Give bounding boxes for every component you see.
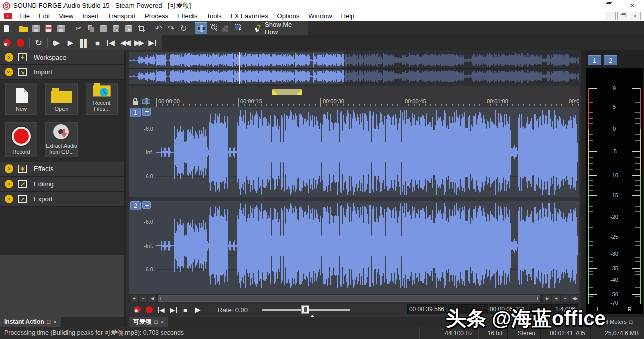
sidebar-section-effects[interactable]: › ∗ Effects: [0, 162, 124, 177]
tile-record[interactable]: Record: [5, 122, 37, 157]
document-tab[interactable]: 可爱颂 □ ×: [129, 317, 168, 327]
channel1-badge[interactable]: 1: [130, 108, 141, 117]
close-button[interactable]: ×: [625, 1, 640, 11]
record-button-small[interactable]: [143, 304, 155, 315]
channel2-waveform[interactable]: [156, 201, 578, 291]
overview-playhead[interactable]: [239, 52, 240, 84]
undo-button[interactable]: ↶: [152, 22, 165, 34]
expand-arrow-icon[interactable]: ›: [5, 195, 13, 203]
menu-item-edit[interactable]: Edit: [34, 11, 54, 21]
paste-button[interactable]: [97, 22, 110, 34]
repeat-button[interactable]: ↻: [177, 22, 190, 34]
tile-new[interactable]: New: [5, 83, 37, 115]
playback-cursor[interactable]: [373, 107, 373, 293]
loop-region-end-handle[interactable]: [296, 89, 302, 95]
instant-action-tab[interactable]: Instant Action □ ×: [0, 317, 61, 327]
play-all-button[interactable]: ▶: [50, 36, 63, 49]
tile-recent-files[interactable]: Recent Files...: [86, 83, 118, 115]
rewind-button[interactable]: ◀◀: [118, 36, 132, 49]
pause-button[interactable]: ▌▌: [77, 36, 91, 49]
stop-button-small[interactable]: ■: [179, 304, 191, 315]
go-to-end-button-small[interactable]: ▶: [167, 304, 179, 315]
expand-arrow-icon[interactable]: ›: [5, 53, 13, 62]
paste-special-button[interactable]: [110, 22, 122, 34]
menu-item-file[interactable]: File: [15, 11, 34, 21]
menu-item-help[interactable]: Help: [337, 11, 359, 21]
channel2-minimize-button[interactable]: [142, 201, 151, 209]
overview-waveform[interactable]: [129, 52, 579, 84]
mdi-close-button[interactable]: ×: [630, 12, 641, 20]
show-me-how-button[interactable]: ? Show Me How: [249, 21, 308, 36]
loop-playback-button[interactable]: ↻: [32, 36, 45, 49]
mdi-minimize-button[interactable]: [605, 12, 616, 20]
record-remote-button[interactable]: [0, 36, 14, 49]
selection-tool-button[interactable]: [232, 22, 245, 34]
menu-item-window[interactable]: Window: [304, 11, 336, 21]
meter-tab-2[interactable]: 2: [604, 55, 617, 65]
edit-tool-small-icon[interactable]: [142, 98, 150, 105]
paste-to-new-button[interactable]: [122, 22, 135, 34]
channel1-waveform[interactable]: [156, 107, 578, 197]
channel1-minimize-button[interactable]: [142, 108, 151, 116]
sidebar-section-export[interactable]: › ↗ Export: [0, 192, 124, 207]
scroll-left-button[interactable]: ◀: [148, 295, 156, 302]
stop-button[interactable]: ■: [91, 36, 104, 49]
sidebar-section-editing[interactable]: › Editing: [0, 177, 124, 192]
zoom-in-button[interactable]: +: [552, 295, 560, 302]
redo-button[interactable]: ↷: [165, 22, 177, 34]
float-icon[interactable]: □: [154, 319, 158, 325]
mdi-restore-button[interactable]: [617, 12, 628, 20]
close-icon[interactable]: ×: [161, 319, 164, 325]
restore-button[interactable]: [601, 1, 616, 11]
zoom-out-button[interactable]: −: [561, 295, 569, 302]
collapse-arrow-icon[interactable]: ›: [5, 68, 13, 76]
zoom-in-time-button[interactable]: +: [130, 295, 138, 302]
save-button[interactable]: [30, 22, 42, 34]
menu-item-transport[interactable]: Transport: [103, 11, 140, 21]
go-to-start-button-small[interactable]: ◀: [155, 304, 167, 315]
expand-arrow-icon[interactable]: ›: [5, 164, 13, 173]
record-button[interactable]: [14, 36, 27, 49]
new-file-button[interactable]: [0, 22, 13, 34]
zoom-out-time-button[interactable]: −: [139, 295, 147, 302]
sidebar-section-workspace[interactable]: › + Workspace: [0, 50, 124, 65]
save-as-button[interactable]: [42, 22, 55, 34]
draw-tool-button[interactable]: [220, 22, 232, 34]
menu-item-view[interactable]: View: [54, 11, 78, 21]
open-button[interactable]: [17, 22, 30, 34]
rate-slider-thumb[interactable]: [301, 305, 309, 314]
save-all-button[interactable]: [55, 22, 68, 34]
loop-region-start-handle[interactable]: [272, 89, 278, 95]
tile-extract-cd[interactable]: Extract Audio from CD...: [45, 122, 78, 157]
minimize-button[interactable]: [576, 1, 592, 11]
tile-open[interactable]: Open: [45, 83, 78, 115]
cursor-time-display[interactable]: 00:00:39.566: [407, 304, 447, 314]
close-icon[interactable]: ×: [53, 319, 56, 325]
rate-slider[interactable]: [262, 309, 350, 311]
menu-item-options[interactable]: Options: [273, 11, 304, 21]
channel2-badge[interactable]: 2: [130, 201, 141, 210]
lock-icon[interactable]: [132, 98, 138, 105]
edit-tool-button[interactable]: [195, 22, 207, 34]
play-button[interactable]: ▶: [63, 36, 77, 49]
forward-button[interactable]: ▶▶: [132, 36, 145, 49]
channel-divider[interactable]: [129, 197, 579, 201]
cut-button[interactable]: ✂: [72, 22, 85, 34]
float-icon[interactable]: □: [47, 319, 51, 325]
record-remote-button-small[interactable]: [131, 304, 143, 315]
go-to-end-button[interactable]: ▶: [145, 36, 159, 49]
menu-item-fx-favorites[interactable]: FX Favorites: [226, 11, 273, 21]
loop-region[interactable]: [273, 89, 301, 95]
time-ruler[interactable]: 00:00:0000:00:1500:00:3000:00:4500:01:00…: [156, 97, 579, 107]
trim-button[interactable]: [135, 22, 148, 34]
scroll-right-button[interactable]: ▶: [543, 295, 551, 302]
menu-item-effects[interactable]: Effects: [173, 11, 202, 21]
menu-item-insert[interactable]: Insert: [78, 11, 103, 21]
horizontal-scrollbar[interactable]: + − ◀ ▶ + − ◀▶: [129, 294, 579, 303]
menu-item-process[interactable]: Process: [140, 11, 173, 21]
play-button-small[interactable]: ▶: [191, 304, 204, 315]
loop-bar[interactable]: [129, 86, 579, 97]
scrollbar-thumb[interactable]: [158, 295, 540, 302]
zoom-fit-button[interactable]: ◀▶: [570, 295, 579, 302]
meter-tab-1[interactable]: 1: [588, 55, 601, 65]
